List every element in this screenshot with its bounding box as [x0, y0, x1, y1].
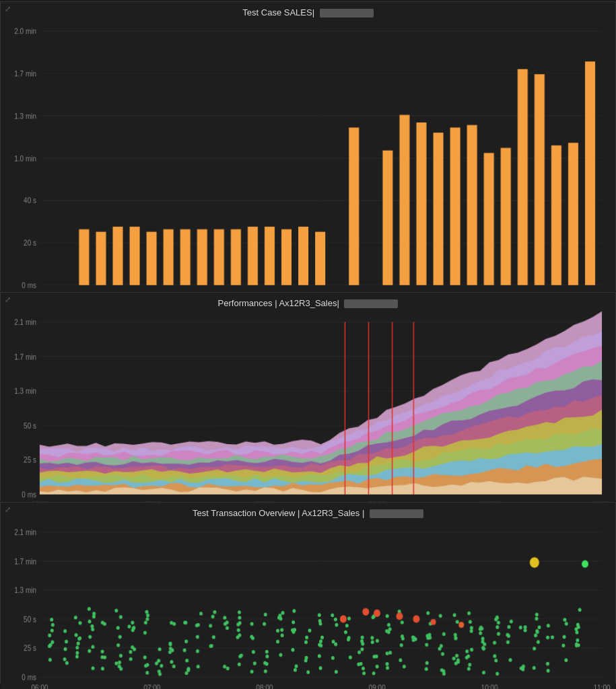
chart2-title-text: Performances | Ax12R3_Sales| [218, 298, 339, 308]
chart1-blurred [320, 9, 374, 17]
expand-icon-1[interactable]: ⤢ [5, 5, 11, 13]
chart2-blurred [344, 299, 398, 308]
chart3-blurred [370, 509, 423, 518]
chart-transaction-overview: ⤢ Test Transaction Overview | Ax12R3_Sal… [0, 502, 616, 684]
chart1-canvas [1, 20, 615, 308]
chart3-canvas [1, 521, 615, 689]
chart1-title-text: Test Case SALES| [242, 7, 314, 17]
chart-performances: ⤢ Performances | Ax12R3_Sales| [0, 292, 616, 501]
chart3-title-text: Test Transaction Overview | Ax12R3_Sales… [193, 508, 364, 518]
chart2-canvas [1, 311, 615, 518]
chart1-title: Test Case SALES| [1, 2, 615, 20]
chart-test-case-sales: ⤢ Test Case SALES| [0, 1, 616, 291]
expand-icon-2[interactable]: ⤢ [5, 295, 11, 304]
expand-icon-3[interactable]: ⤢ [5, 505, 11, 514]
chart3-title: Test Transaction Overview | Ax12R3_Sales… [1, 503, 615, 521]
chart2-title: Performances | Ax12R3_Sales| [1, 293, 615, 311]
